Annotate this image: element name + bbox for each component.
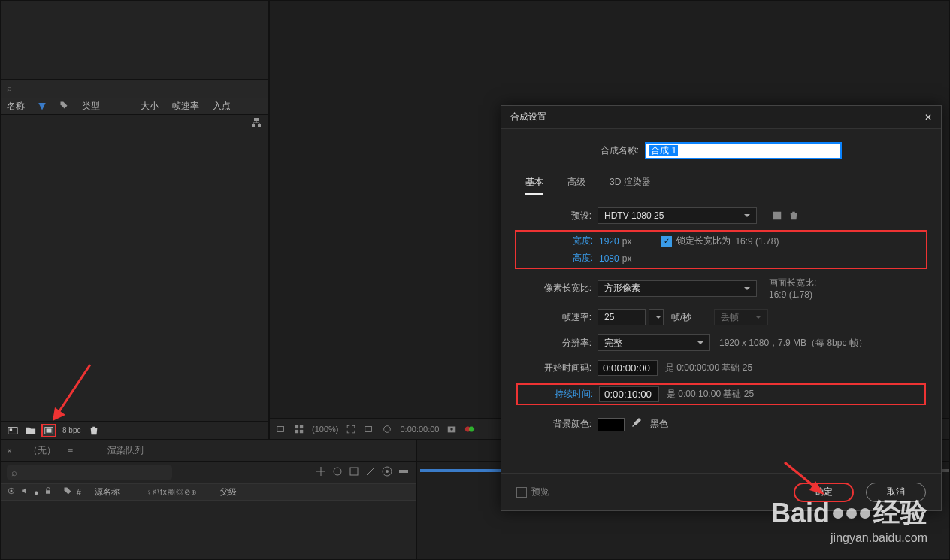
audio-icon[interactable] <box>20 486 29 498</box>
save-preset-icon[interactable] <box>772 210 782 221</box>
new-composition-button[interactable] <box>41 424 56 437</box>
lock-aspect-checkbox[interactable]: ✓ <box>661 236 672 247</box>
tool-icon-4[interactable] <box>365 465 377 480</box>
tab-render-queue[interactable]: 渲染队列 <box>107 444 144 457</box>
timeline-search-input[interactable] <box>7 465 172 480</box>
dialog-title-text: 合成设置 <box>510 110 546 123</box>
start-tc-input[interactable] <box>598 360 658 376</box>
channel-icon[interactable] <box>464 424 475 434</box>
tool-icon-6[interactable] <box>398 465 410 480</box>
res-icon[interactable] <box>346 424 356 434</box>
tool-icon-1[interactable] <box>315 465 327 480</box>
transparency-icon[interactable] <box>364 424 374 434</box>
duration-input[interactable] <box>599 386 659 402</box>
svg-rect-11 <box>300 429 303 432</box>
solo-icon[interactable]: ● <box>34 488 39 497</box>
svg-rect-22 <box>399 470 408 473</box>
comp-name-input[interactable]: 合成 1 <box>645 142 842 159</box>
resolution-info: 1920 x 1080，7.9 MB（每 8bpc 帧） <box>719 337 867 350</box>
tag-icon <box>59 101 68 112</box>
sort-icon[interactable] <box>38 103 46 110</box>
col-fps[interactable]: 帧速率 <box>172 100 199 113</box>
magnify-icon[interactable] <box>276 424 286 434</box>
eyedropper-icon[interactable] <box>631 417 643 431</box>
svg-point-24 <box>11 490 13 492</box>
close-tab-icon[interactable]: × <box>7 446 12 456</box>
chevron-down-icon <box>655 316 661 322</box>
label-icon[interactable] <box>63 486 72 498</box>
col-switches[interactable]: ♀♯\fx圈◎⊘⊕ <box>147 487 198 498</box>
tool-icon-2[interactable] <box>331 465 343 480</box>
preview-checkbox[interactable]: 预览 <box>516 486 549 498</box>
col-parent[interactable]: 父级 <box>220 486 237 498</box>
svg-point-18 <box>334 468 341 475</box>
flowchart-icon[interactable] <box>252 118 261 127</box>
paw-icon <box>833 508 870 519</box>
col-type[interactable]: 类型 <box>82 100 100 113</box>
project-columns-header[interactable]: 名称 类型 大小 帧速率 入点 <box>1 98 268 115</box>
mask-icon[interactable] <box>382 424 392 434</box>
svg-rect-12 <box>365 426 372 431</box>
project-search[interactable] <box>1 80 268 98</box>
lock-icon[interactable] <box>44 486 53 498</box>
tab-advanced[interactable]: 高级 <box>567 176 585 195</box>
svg-rect-8 <box>295 425 298 428</box>
grid-icon[interactable] <box>294 424 304 434</box>
project-panel: 名称 类型 大小 帧速率 入点 8 bpc <box>0 0 269 440</box>
new-folder-icon[interactable] <box>23 424 38 437</box>
fps-label: 帧速率: <box>519 311 591 324</box>
dropframe-select: 丢帧 <box>714 309 768 325</box>
zoom-value[interactable]: (100%) <box>312 425 338 434</box>
timeline-panel: × （无） ≡ 渲染队列 ● # 源名称 ♀♯\fx圈◎⊘⊕ 父级 <box>0 440 416 560</box>
svg-rect-9 <box>300 425 303 428</box>
close-icon[interactable]: ✕ <box>924 112 932 123</box>
svg-rect-7 <box>277 426 284 431</box>
width-label: 宽度: <box>521 235 593 247</box>
bgcolor-swatch[interactable] <box>598 418 625 431</box>
dimensions-highlight-box: 宽度: 1920 px ✓ 锁定长宽比为 16:9 (1.78) 高度: 108… <box>515 230 927 269</box>
svg-rect-26 <box>773 212 782 220</box>
viewer-time[interactable]: 0:00:00:00 <box>400 425 439 434</box>
lock-aspect-label: 锁定长宽比为 <box>676 235 731 247</box>
preset-select[interactable]: HDTV 1080 25 <box>598 207 757 224</box>
tool-icon-5[interactable] <box>381 465 393 480</box>
par-select[interactable]: 方形像素 <box>598 280 757 297</box>
col-source-name[interactable]: 源名称 <box>95 486 120 498</box>
preset-label: 预设: <box>519 210 591 222</box>
project-search-input[interactable] <box>7 83 262 92</box>
par-label: 像素长宽比: <box>519 282 591 295</box>
dialog-titlebar[interactable]: 合成设置 ✕ <box>501 106 941 129</box>
bpc-label[interactable]: 8 bpc <box>62 426 80 434</box>
svg-point-17 <box>470 426 475 431</box>
visibility-icon[interactable] <box>7 486 16 498</box>
watermark: Baid 经验 jingyan.baidu.com <box>771 495 927 545</box>
tab-menu-icon[interactable]: ≡ <box>68 446 73 456</box>
width-value[interactable]: 1920 <box>599 236 619 247</box>
interpret-footage-icon[interactable] <box>5 424 20 437</box>
svg-rect-25 <box>46 490 50 494</box>
delete-preset-icon[interactable] <box>788 210 799 221</box>
comp-name-label: 合成名称: <box>601 144 639 157</box>
duration-label: 持续时间: <box>521 388 593 401</box>
timeline-tabs: × （无） ≡ 渲染队列 <box>1 440 416 462</box>
col-name[interactable]: 名称 <box>7 100 25 113</box>
chevron-down-icon <box>755 316 761 322</box>
fps-input[interactable]: 25 <box>598 309 646 325</box>
tab-none[interactable]: （无） <box>29 444 56 457</box>
col-in[interactable]: 入点 <box>213 100 231 113</box>
resolution-label: 分辨率: <box>519 337 591 350</box>
project-items-area[interactable] <box>1 115 268 422</box>
col-size[interactable]: 大小 <box>141 100 159 113</box>
tool-icon-3[interactable] <box>348 465 360 480</box>
tab-3d-renderer[interactable]: 3D 渲染器 <box>610 176 651 195</box>
snapshot-icon[interactable] <box>446 424 457 434</box>
fps-dropdown[interactable] <box>649 309 664 325</box>
svg-point-21 <box>386 470 389 473</box>
col-number[interactable]: # <box>77 488 81 497</box>
tab-basic[interactable]: 基本 <box>525 176 543 195</box>
chevron-down-icon <box>744 287 750 293</box>
resolution-select[interactable]: 完整 <box>598 334 710 351</box>
duration-highlight-box: 持续时间: 是 0:00:10:00 基础 25 <box>516 383 926 405</box>
height-value[interactable]: 1080 <box>599 253 619 264</box>
trash-icon[interactable] <box>86 424 101 437</box>
